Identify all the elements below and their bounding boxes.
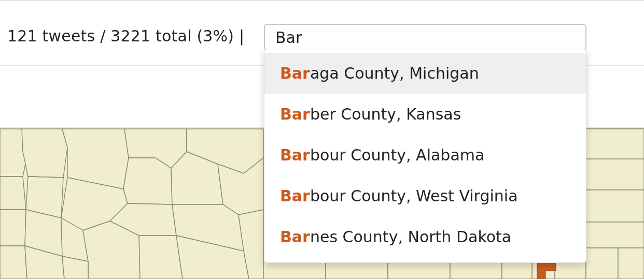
svg-rect-4 [586, 222, 644, 248]
autocomplete-match: Bar [280, 105, 310, 123]
autocomplete-match: Bar [280, 64, 310, 82]
autocomplete-item[interactable]: Barber County, Kansas [264, 94, 586, 135]
autocomplete-item[interactable]: Barbour County, Alabama [264, 135, 586, 175]
autocomplete-match: Bar [280, 187, 310, 205]
autocomplete-rest: bour County, Alabama [310, 146, 484, 164]
svg-rect-3 [586, 190, 644, 222]
autocomplete-match: Bar [280, 228, 310, 246]
svg-rect-2 [586, 159, 644, 190]
svg-rect-8 [618, 248, 644, 279]
autocomplete-rest: nes County, North Dakota [310, 228, 511, 246]
autocomplete-rest: aga County, Michigan [310, 64, 479, 82]
county-search-box[interactable] [264, 24, 586, 51]
autocomplete-rest: ber County, Kansas [310, 105, 461, 123]
autocomplete-dropdown: Baraga County, Michigan Barber County, K… [264, 50, 586, 263]
autocomplete-item[interactable]: Barbour County, West Virginia [264, 175, 586, 216]
tweet-count-status: 121 tweets / 3221 total (3%) | [7, 27, 244, 45]
autocomplete-item[interactable]: Barnes County, North Dakota [264, 216, 586, 257]
county-search-input[interactable] [274, 28, 576, 47]
svg-rect-7 [586, 248, 618, 279]
autocomplete-match: Bar [280, 146, 310, 164]
autocomplete-rest: bour County, West Virginia [310, 187, 518, 205]
autocomplete-item[interactable]: Baraga County, Michigan [264, 53, 586, 94]
